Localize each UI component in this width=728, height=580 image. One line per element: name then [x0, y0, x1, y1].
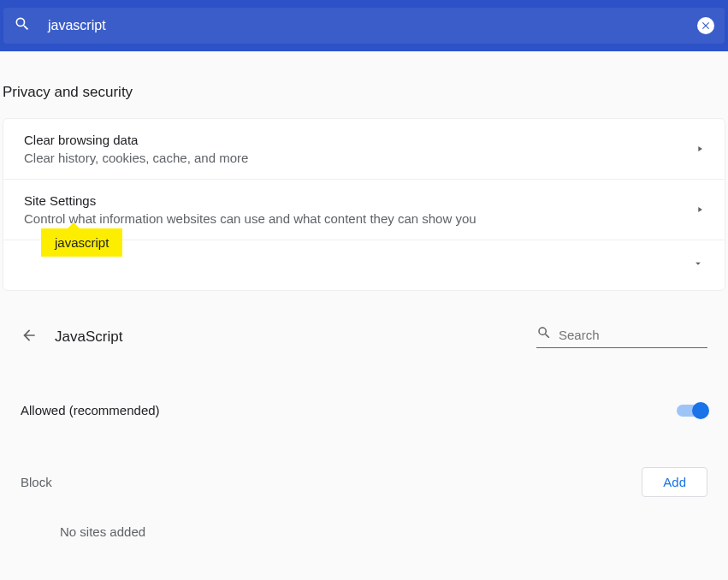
allowed-label: Allowed (recommended) [21, 403, 677, 417]
block-row: Block Add [0, 467, 728, 497]
allowed-toggle[interactable] [677, 405, 707, 417]
detail-header: JavaScript [0, 325, 728, 348]
search-icon [14, 15, 31, 36]
back-arrow-icon[interactable] [21, 327, 38, 347]
no-sites-label: No sites added [0, 497, 728, 539]
allowed-row: Allowed (recommended) [0, 403, 728, 417]
clear-browsing-data-row[interactable]: Clear browsing data Clear history, cooki… [3, 119, 725, 180]
row-subtitle: Control what information websites can us… [24, 211, 695, 226]
settings-card: Clear browsing data Clear history, cooki… [3, 118, 725, 291]
add-button[interactable]: Add [642, 467, 707, 497]
chevron-right-icon [695, 141, 704, 157]
detail-search[interactable] [536, 325, 707, 348]
row-title: Site Settings [24, 193, 695, 208]
search-icon [536, 325, 552, 344]
row-title: Clear browsing data [24, 133, 695, 147]
more-row[interactable]: javascript [3, 240, 725, 290]
toolbar-outer: javascript [0, 0, 728, 51]
chevron-right-icon [695, 202, 704, 217]
search-highlight-tooltip: javascript [41, 228, 122, 257]
search-bar[interactable]: javascript [3, 8, 725, 44]
row-subtitle: Clear history, cookies, cache, and more [24, 151, 695, 165]
search-query[interactable]: javascript [48, 18, 697, 33]
block-label: Block [21, 475, 642, 489]
chevron-down-icon [692, 257, 704, 273]
section-title: Privacy and security [0, 51, 728, 118]
detail-search-input[interactable] [559, 328, 678, 342]
clear-search-button[interactable] [697, 17, 714, 34]
detail-title: JavaScript [55, 328, 519, 346]
